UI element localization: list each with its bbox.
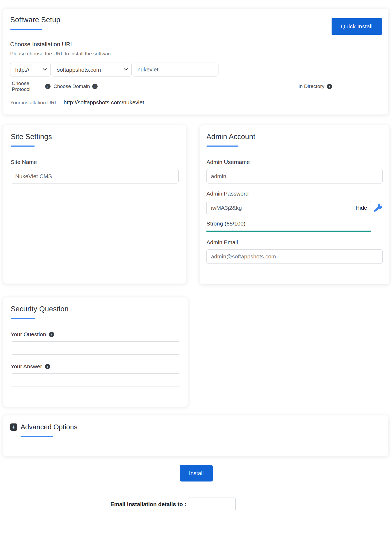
installation-url-line: Your installation URL : http://softappsh… <box>10 99 381 106</box>
admin-username-label: Admin Username <box>206 159 383 165</box>
hide-password-button[interactable]: Hide <box>356 205 367 211</box>
your-answer-label: Your Answer i <box>11 363 180 370</box>
info-icon[interactable]: i <box>92 84 98 89</box>
email-details-label: Email installation details to : <box>110 501 186 507</box>
admin-password-input[interactable] <box>206 201 371 215</box>
admin-account-card: Admin Account Admin Username Admin Passw… <box>200 125 389 284</box>
installation-url-field-labels: Choose Protocol i Choose Domain i In Dir… <box>10 81 381 92</box>
email-details-row: Email installation details to : <box>110 498 236 511</box>
installer-page: Software Setup Quick Install Choose Inst… <box>0 0 392 535</box>
security-question-title: Security Question <box>11 305 180 313</box>
advanced-options-card: + Advanced Options <box>3 415 388 456</box>
admin-email-input[interactable] <box>206 249 383 264</box>
advanced-options-title: Advanced Options <box>21 423 77 431</box>
key-icon[interactable] <box>374 203 383 212</box>
site-name-input[interactable] <box>11 169 179 184</box>
info-icon[interactable]: i <box>49 332 54 337</box>
install-button[interactable]: Install <box>180 465 213 482</box>
email-details-input[interactable] <box>188 498 236 511</box>
software-setup-card: Software Setup Quick Install Choose Inst… <box>3 9 388 114</box>
quick-install-button[interactable]: Quick Install <box>332 18 382 35</box>
admin-password-row: Hide <box>206 201 383 215</box>
installation-url-label: Your installation URL : <box>10 100 60 105</box>
admin-account-title: Admin Account <box>206 133 383 141</box>
choose-installation-url-heading: Choose Installation URL <box>10 41 381 48</box>
admin-username-input[interactable] <box>206 169 383 184</box>
site-settings-card: Site Settings Site Name <box>3 125 186 284</box>
advanced-options-toggle[interactable]: + Advanced Options <box>10 423 381 431</box>
title-underline <box>206 146 239 147</box>
directory-input[interactable] <box>133 63 218 77</box>
password-strength-text: Strong (65/100) <box>206 220 383 227</box>
your-question-label: Your Question i <box>11 331 180 338</box>
title-underline <box>21 436 53 437</box>
info-icon[interactable]: i <box>327 84 332 89</box>
title-underline <box>10 29 42 30</box>
your-answer-input[interactable] <box>11 373 180 387</box>
site-settings-title: Site Settings <box>11 133 179 141</box>
installation-url-value: http://softappshots.com/nukeviet <box>64 99 144 105</box>
password-strength-bar <box>206 231 371 232</box>
protocol-select-wrap: http:// <box>10 63 51 77</box>
choose-protocol-label: Choose Protocol i <box>10 81 51 92</box>
admin-email-label: Admin Email <box>206 239 383 246</box>
domain-select-wrap: softappshots.com <box>52 63 132 77</box>
info-icon[interactable]: i <box>45 364 50 369</box>
installation-url-fields: http:// softappshots.com <box>10 63 381 77</box>
title-underline <box>11 318 35 319</box>
protocol-select[interactable]: http:// <box>10 63 51 77</box>
in-directory-label: In Directory i <box>296 81 381 92</box>
info-icon[interactable]: i <box>45 84 51 89</box>
your-question-input[interactable] <box>11 341 180 355</box>
plus-icon[interactable]: + <box>10 423 17 431</box>
admin-password-wrap: Hide <box>206 201 371 215</box>
security-question-card: Security Question Your Question i Your A… <box>3 297 188 407</box>
software-setup-title: Software Setup <box>10 16 381 24</box>
choose-installation-url-subtext: Please choose the URL to install the sof… <box>10 51 381 57</box>
site-name-label: Site Name <box>11 159 179 165</box>
title-underline <box>11 146 35 147</box>
domain-select[interactable]: softappshots.com <box>52 63 132 77</box>
admin-password-label: Admin Password <box>206 190 383 197</box>
choose-domain-label: Choose Domain i <box>52 81 98 92</box>
